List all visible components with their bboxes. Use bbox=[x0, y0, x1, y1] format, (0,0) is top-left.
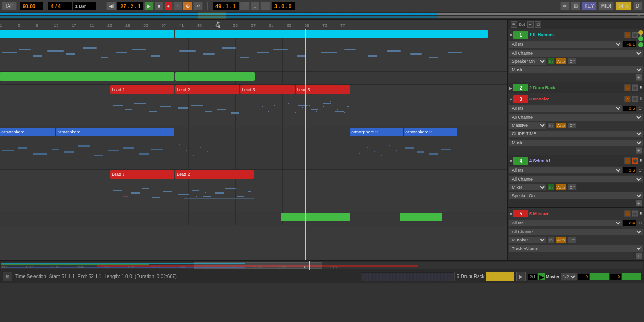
solo-btn-5[interactable]: S bbox=[624, 210, 631, 217]
overview-bar[interactable]: ≡ bbox=[0, 12, 644, 20]
add-device-1[interactable]: + bbox=[636, 74, 642, 81]
device-indicator[interactable] bbox=[486, 272, 514, 281]
collapse-btn-4[interactable]: ▼ bbox=[509, 159, 512, 163]
collapse-btn-2[interactable]: ▶ bbox=[509, 86, 512, 90]
solo-btn-1[interactable]: S bbox=[624, 32, 631, 38]
in-btn-5[interactable]: In bbox=[547, 237, 554, 243]
settings-button[interactable]: ⊡ bbox=[535, 21, 541, 28]
channel-select-3[interactable]: All Channe bbox=[509, 114, 643, 121]
track-num-4[interactable]: 4 bbox=[513, 157, 528, 165]
go-start-button[interactable]: ◀| bbox=[106, 2, 117, 10]
play-button[interactable]: ▶ bbox=[144, 2, 154, 10]
volume-5[interactable]: -2.4 bbox=[623, 220, 636, 226]
input-select-3[interactable]: All Ins bbox=[509, 105, 622, 112]
nav-right-btn[interactable]: ▶ bbox=[516, 272, 526, 281]
routing-select-1[interactable]: Master bbox=[509, 66, 643, 74]
track-clip[interactable] bbox=[400, 213, 442, 221]
channel-select-4[interactable]: All Channe bbox=[509, 175, 643, 183]
record-arm-4[interactable]: ⚫ bbox=[632, 157, 638, 164]
track-clip[interactable]: Lead 2 bbox=[175, 85, 239, 94]
track-clip-atm2-2[interactable]: Atmosphere 2 bbox=[404, 128, 457, 136]
track-num-3[interactable]: 3 bbox=[513, 95, 528, 103]
loop-punch-btn[interactable]: □ bbox=[251, 2, 259, 10]
track-num-1[interactable]: 1 bbox=[513, 31, 528, 39]
mini-overview[interactable]: 0:00 0:15 0:30 0:45 1:00 1:15 1:30 1:45 … bbox=[0, 260, 644, 270]
solo-btn-2[interactable]: S bbox=[624, 84, 631, 91]
in-btn-4[interactable]: In bbox=[547, 184, 554, 190]
master-play-btn[interactable]: ▶ bbox=[538, 273, 545, 280]
auto-btn-3[interactable]: Auto bbox=[555, 122, 567, 129]
track-clip[interactable] bbox=[281, 213, 350, 221]
auto-btn-1[interactable]: Auto bbox=[555, 58, 567, 65]
session-record-button[interactable]: ⊕ bbox=[183, 2, 192, 10]
routing-select-4[interactable]: Speaker On bbox=[509, 192, 643, 199]
record-arm-2[interactable]: ⚫ bbox=[632, 84, 638, 91]
collapse-btn-5[interactable]: ▼ bbox=[509, 212, 512, 215]
monitor-select-1[interactable]: Speaker On bbox=[509, 58, 546, 65]
collapse-arrow[interactable]: ≡ bbox=[637, 13, 640, 18]
volume-4[interactable]: 0.6 bbox=[623, 167, 636, 173]
collapse-btn-3[interactable]: ▼ bbox=[509, 97, 512, 101]
off-btn-5[interactable]: Off bbox=[568, 237, 577, 243]
record-button[interactable]: ● bbox=[164, 2, 173, 10]
loop-type-btn[interactable]: ⌒ bbox=[239, 2, 250, 10]
track-clip[interactable]: Lead 3 bbox=[240, 85, 295, 94]
track-clip[interactable]: Atmosphere bbox=[0, 128, 55, 136]
input-select-5[interactable]: All Ins bbox=[509, 219, 622, 227]
set-button[interactable]: ≡ bbox=[511, 21, 517, 28]
input-select-1[interactable]: All Ins bbox=[509, 41, 622, 48]
stop-button[interactable]: ■ bbox=[155, 2, 163, 10]
auto-btn-4[interactable]: Auto bbox=[555, 184, 567, 190]
add-device-5[interactable]: + bbox=[636, 253, 642, 259]
magnet-button[interactable]: ⊞ bbox=[571, 2, 580, 10]
monitor-select-5[interactable]: Massive bbox=[509, 236, 546, 244]
glide-select-3[interactable]: GLIDE-TIME bbox=[509, 130, 643, 138]
monitor-select-4[interactable]: Mixer bbox=[509, 183, 546, 191]
solo-btn-4[interactable]: S bbox=[624, 157, 631, 164]
midi-input-btn[interactable]: ⊞ bbox=[3, 272, 12, 281]
track-num-2[interactable]: 2 bbox=[513, 84, 528, 91]
off-btn-4[interactable]: Off bbox=[568, 184, 577, 190]
routing-select-5[interactable]: Track Volume bbox=[509, 245, 643, 252]
add-device-4[interactable]: + bbox=[636, 200, 642, 206]
arrangement-button[interactable]: ↩ bbox=[193, 2, 203, 10]
track-clip[interactable]: Lead 1 bbox=[110, 85, 174, 94]
volume-3[interactable]: 0.5 bbox=[623, 106, 636, 111]
volume-1[interactable]: -6.1 bbox=[623, 41, 636, 47]
track-clip[interactable]: Lead 2 bbox=[175, 170, 254, 179]
track-num-5[interactable]: 5 bbox=[513, 210, 528, 217]
channel-select-1[interactable]: All Channe bbox=[509, 50, 643, 57]
input-select-4[interactable]: All Ins bbox=[509, 166, 622, 174]
add-device-3[interactable]: + bbox=[636, 147, 642, 154]
master-division[interactable]: 1/2 bbox=[561, 273, 577, 281]
record-arm-3[interactable]: ⚫ bbox=[632, 96, 638, 102]
monitor-select-3[interactable]: Massive bbox=[509, 122, 546, 129]
collapse-btn-1[interactable]: ▼ bbox=[509, 33, 512, 37]
loop-punch2-btn[interactable]: ⌒ bbox=[260, 2, 271, 10]
in-btn-3[interactable]: In bbox=[547, 122, 554, 129]
tap-button[interactable]: TAP bbox=[2, 2, 17, 10]
tracks-area[interactable]: Lead 1 Lead 2 Lead 3 Lead 3 bbox=[0, 29, 507, 260]
routing-select-3[interactable]: Master bbox=[509, 139, 643, 147]
d-button[interactable]: D bbox=[633, 2, 642, 10]
track-clip[interactable] bbox=[0, 30, 174, 38]
track-clip[interactable]: Atmosphere bbox=[56, 128, 174, 136]
add-track-button[interactable]: + bbox=[527, 21, 534, 28]
track-clip[interactable] bbox=[0, 72, 174, 81]
track-clip[interactable]: Lead 1 bbox=[110, 170, 174, 179]
track-clip-atm2-1[interactable]: Atmosphere 2 bbox=[350, 128, 403, 136]
midi-button[interactable]: MIDI bbox=[598, 2, 614, 10]
record-arm-5[interactable]: ⚫ bbox=[632, 210, 638, 217]
bpm-display[interactable]: 90.00 bbox=[20, 2, 43, 10]
track-clip[interactable] bbox=[175, 72, 255, 81]
track-clip[interactable]: Lead 3 bbox=[296, 85, 350, 94]
in-btn-1[interactable]: In bbox=[547, 58, 554, 65]
auto-btn-5[interactable]: Auto bbox=[555, 237, 567, 243]
off-btn-1[interactable]: Off bbox=[568, 58, 577, 65]
off-btn-3[interactable]: Off bbox=[568, 122, 577, 129]
key-button[interactable]: KEY bbox=[582, 2, 597, 10]
overdub-button[interactable]: + bbox=[173, 2, 182, 10]
track-clip[interactable] bbox=[175, 30, 488, 38]
channel-select-5[interactable]: All Channe bbox=[509, 228, 643, 236]
pencil-button[interactable]: ✏ bbox=[560, 2, 570, 10]
